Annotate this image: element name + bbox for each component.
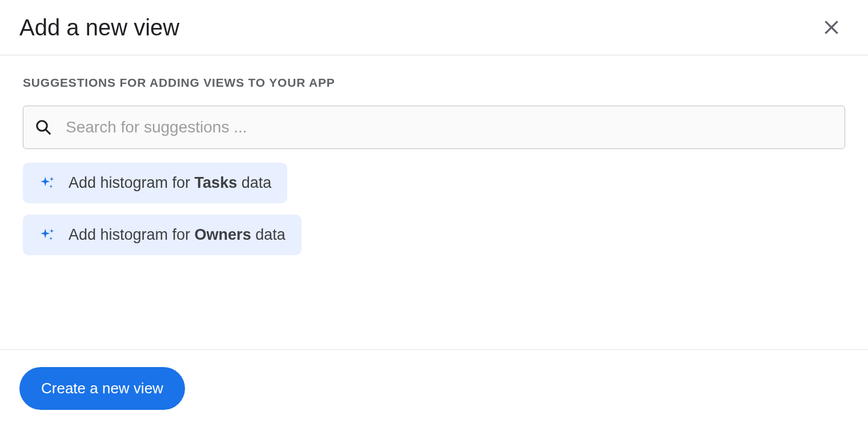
search-icon <box>35 119 52 136</box>
dialog-body: SUGGESTIONS FOR ADDING VIEWS TO YOUR APP… <box>0 55 868 349</box>
sparkle-icon <box>39 175 56 192</box>
dialog-title: Add a new view <box>19 15 179 41</box>
suggestion-label: Add histogram for Owners data <box>69 226 286 244</box>
create-view-button[interactable]: Create a new view <box>19 367 185 410</box>
close-icon <box>822 18 841 37</box>
close-button[interactable] <box>818 14 845 41</box>
section-label: SUGGESTIONS FOR ADDING VIEWS TO YOUR APP <box>23 76 845 90</box>
search-input[interactable] <box>66 118 833 136</box>
dialog-footer: Create a new view <box>0 349 868 427</box>
suggestion-item[interactable]: Add histogram for Owners data <box>23 215 302 255</box>
svg-line-3 <box>46 130 50 134</box>
suggestion-item[interactable]: Add histogram for Tasks data <box>23 163 287 203</box>
suggestions-list: Add histogram for Tasks data Add histogr… <box>23 163 845 267</box>
sparkle-icon <box>39 227 56 244</box>
suggestion-label: Add histogram for Tasks data <box>69 174 271 192</box>
dialog-header: Add a new view <box>0 0 868 55</box>
search-wrapper[interactable] <box>23 106 845 149</box>
